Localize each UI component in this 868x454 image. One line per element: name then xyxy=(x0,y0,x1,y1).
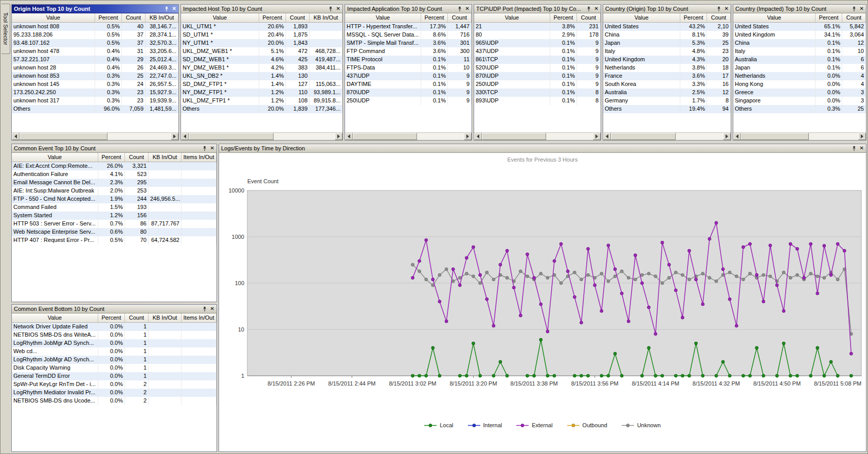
table-row[interactable]: UKL_SN_DB2 *1.4%130 xyxy=(181,72,342,80)
column-header-kb-in-out[interactable]: KB In/Out xyxy=(149,313,182,323)
data-point-local[interactable] xyxy=(492,374,495,377)
table-row[interactable]: Germany1.7%8 xyxy=(603,97,731,105)
table-row[interactable]: China0.1%12 xyxy=(733,39,866,47)
data-point-unknown[interactable] xyxy=(418,270,421,273)
data-point-external[interactable] xyxy=(849,352,853,355)
column-header-percent[interactable]: Percent xyxy=(95,13,122,23)
table-row[interactable]: Others20.0%1,839177,346... xyxy=(181,105,342,113)
data-point-unknown[interactable] xyxy=(472,275,475,278)
table-row[interactable]: unknown host 8530.3%2522,747.0... xyxy=(12,72,178,80)
pin-icon[interactable] xyxy=(716,6,721,12)
table-row[interactable]: Australia2.5%12 xyxy=(603,89,731,97)
table-row[interactable]: Australia0.1%6 xyxy=(733,56,866,64)
table-row[interactable]: Netherlands3.8%18 xyxy=(603,64,731,72)
table-row[interactable]: United Kingdom4.3%20 xyxy=(603,56,731,64)
data-point-local[interactable] xyxy=(849,374,853,377)
data-point-local[interactable] xyxy=(749,374,752,377)
data-point-unknown[interactable] xyxy=(539,272,542,275)
table-row[interactable]: Others0.3%25 xyxy=(733,105,866,113)
data-point-external[interactable] xyxy=(593,284,596,287)
table-row[interactable]: 57.32.221.1070.4%2925,012.4... xyxy=(12,56,178,64)
table-row[interactable]: United States43.2%2,10 xyxy=(603,23,731,31)
data-point-unknown[interactable] xyxy=(674,271,677,274)
data-point-external[interactable] xyxy=(485,298,489,301)
table-row[interactable]: 93.48.107.1620.5%3732,570.3... xyxy=(12,39,178,47)
data-point-unknown[interactable] xyxy=(701,272,704,275)
horizontal-scrollbar[interactable] xyxy=(181,132,342,140)
data-point-unknown[interactable] xyxy=(559,282,563,285)
data-point-external[interactable] xyxy=(836,242,839,246)
data-point-local[interactable] xyxy=(755,346,758,350)
table-row[interactable]: 250\UDP0.1%9 xyxy=(474,80,601,89)
data-point-external[interactable] xyxy=(775,284,779,287)
column-header-value[interactable]: Value xyxy=(603,13,680,23)
data-point-external[interactable] xyxy=(438,300,441,303)
table-row[interactable]: Others96.0%7,0591,481,59... xyxy=(12,105,178,113)
data-point-external[interactable] xyxy=(445,320,448,323)
table-row[interactable]: SD_UTM1 *20.4%1,875 xyxy=(181,31,342,39)
data-point-unknown[interactable] xyxy=(587,273,590,276)
data-point-unknown[interactable] xyxy=(445,268,448,271)
data-point-local[interactable] xyxy=(587,374,590,377)
table-row[interactable]: 802.9%178 xyxy=(474,31,601,39)
data-point-unknown[interactable] xyxy=(647,272,650,275)
data-point-external[interactable] xyxy=(762,300,765,303)
table-row[interactable]: Web Netscape Enterprise Serv...0.6%80 xyxy=(12,228,216,236)
data-point-unknown[interactable] xyxy=(438,273,441,276)
column-header-value[interactable]: Value xyxy=(12,153,98,162)
data-point-local[interactable] xyxy=(607,374,610,377)
data-point-external[interactable] xyxy=(667,263,671,266)
table-row[interactable]: Email Message Cannot Be Del...2.3%295 xyxy=(12,179,216,187)
data-point-unknown[interactable] xyxy=(641,273,644,276)
close-icon[interactable]: ✕ xyxy=(594,6,599,11)
data-point-external[interactable] xyxy=(654,333,657,336)
table-row[interactable]: unknown host 4780.4%3133,205.6... xyxy=(12,47,178,56)
table-row[interactable]: SpWr-Put KeyLgr RnTm Det - i...0.0%2 xyxy=(12,380,216,389)
data-point-unknown[interactable] xyxy=(836,278,839,281)
table-row[interactable]: Command Failed1.5%193 xyxy=(12,203,216,212)
data-point-external[interactable] xyxy=(742,246,745,249)
data-point-unknown[interactable] xyxy=(708,276,711,280)
data-point-unknown[interactable] xyxy=(654,275,657,278)
scroll-right-icon[interactable] xyxy=(593,133,601,140)
data-point-local[interactable] xyxy=(836,374,839,377)
data-point-local[interactable] xyxy=(715,374,718,377)
data-point-external[interactable] xyxy=(512,286,515,289)
column-header-percent[interactable]: Percent xyxy=(98,313,125,323)
scrollbar-track[interactable] xyxy=(482,133,593,140)
horizontal-scrollbar[interactable] xyxy=(733,132,866,140)
table-row[interactable]: 95.233.188.2060.5%3728,374.1... xyxy=(12,31,178,39)
column-header-count[interactable]: Count xyxy=(125,313,149,323)
table-row[interactable]: TIME Protocol0.1%11 xyxy=(345,56,472,64)
data-point-local[interactable] xyxy=(742,374,745,377)
data-point-unknown[interactable] xyxy=(809,272,812,275)
table-row[interactable]: Italy4.8%23 xyxy=(603,47,731,56)
column-header-value[interactable]: Value xyxy=(345,13,421,23)
data-point-external[interactable] xyxy=(472,246,475,249)
table-row[interactable]: HTTP 503 : Server Error - Serv...0.7%868… xyxy=(12,220,216,228)
table-row[interactable]: Greece0.0%3 xyxy=(733,89,866,97)
table-row[interactable]: unknown host 280.4%2624,469.3... xyxy=(12,64,178,72)
data-point-local[interactable] xyxy=(809,374,812,377)
data-point-external[interactable] xyxy=(573,295,576,299)
column-header-value[interactable]: Value xyxy=(12,13,95,23)
data-point-local[interactable] xyxy=(681,374,684,377)
data-point-external[interactable] xyxy=(782,309,785,312)
data-point-unknown[interactable] xyxy=(465,272,468,275)
column-header-percent[interactable]: Percent xyxy=(680,13,707,23)
column-header-count[interactable]: Count xyxy=(448,13,472,23)
table-row[interactable]: NY_DMZ_WEB1 *4.2%383384,411... xyxy=(181,64,342,72)
data-point-unknown[interactable] xyxy=(688,278,691,281)
scrollbar-thumb[interactable] xyxy=(20,133,107,140)
scrollbar-thumb[interactable] xyxy=(353,133,417,140)
table-row[interactable]: FTP - 550 - Cmd Not Accepted...1.9%24424… xyxy=(12,195,216,203)
table-row[interactable]: unknown host 1450.3%2426,957.5... xyxy=(12,80,178,89)
table-row[interactable]: Web cd...0.0%1 xyxy=(12,347,216,356)
data-point-local[interactable] xyxy=(721,360,725,363)
data-point-external[interactable] xyxy=(451,268,455,271)
data-point-external[interactable] xyxy=(499,263,502,266)
data-point-local[interactable] xyxy=(661,374,664,377)
data-point-external[interactable] xyxy=(681,316,684,319)
table-row[interactable]: System Started1.2%156 xyxy=(12,212,216,220)
data-point-local[interactable] xyxy=(782,342,785,345)
